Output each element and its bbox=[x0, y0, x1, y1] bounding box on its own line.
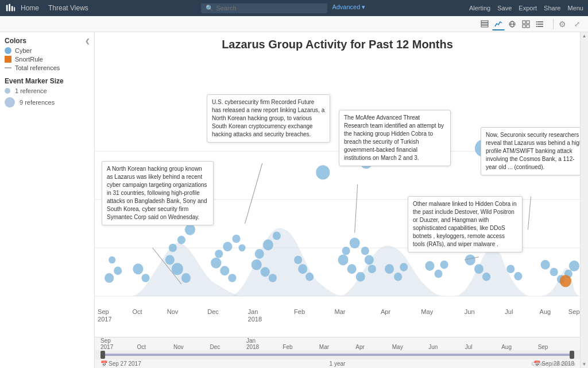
svg-text:2017: 2017 bbox=[98, 316, 112, 323]
scrubber-handle-left[interactable] bbox=[100, 351, 105, 359]
svg-rect-2 bbox=[11, 6, 13, 11]
timeline-scrubber[interactable] bbox=[95, 350, 580, 359]
bubble bbox=[223, 242, 232, 252]
map-view-icon[interactable] bbox=[506, 18, 519, 30]
svg-rect-5 bbox=[481, 23, 488, 25]
collapse-icon[interactable]: ❮ bbox=[85, 38, 90, 44]
tl-sep-2017: Sep2017 bbox=[100, 338, 137, 350]
advanced-button[interactable]: Advanced ▾ bbox=[332, 3, 365, 13]
bubble bbox=[465, 255, 475, 266]
bubble bbox=[238, 244, 245, 252]
scroll-down-arrow[interactable]: ▼ bbox=[582, 362, 587, 367]
bubble bbox=[440, 260, 448, 269]
settings-icon[interactable]: ⚙ bbox=[556, 18, 568, 30]
list-view-icon[interactable] bbox=[533, 18, 546, 30]
svg-rect-10 bbox=[523, 21, 525, 24]
total-refs-label: Total references bbox=[15, 64, 60, 71]
event-marker-section: Event Marker Size 1 reference 9 referenc… bbox=[5, 77, 90, 108]
marker-small bbox=[5, 88, 10, 94]
annotation-text-1: U.S. cybersecurity firm Recorded Future … bbox=[212, 99, 324, 137]
share-button[interactable]: Share bbox=[544, 5, 560, 12]
tl-jul: Jul bbox=[465, 344, 501, 350]
svg-rect-3 bbox=[14, 7, 15, 11]
timeline-bar: Sep2017 Oct Nov Dec Jan2018 Feb Mar Apr … bbox=[95, 337, 580, 368]
tl-jun: Jun bbox=[428, 344, 465, 350]
bubble bbox=[506, 264, 514, 273]
bubble bbox=[356, 272, 365, 282]
nav-home[interactable]: Home bbox=[21, 4, 39, 12]
timeline-labels: Sep2017 Oct Nov Dec Jan2018 Feb Mar Apr … bbox=[95, 338, 580, 350]
svg-rect-11 bbox=[527, 21, 529, 24]
alerting-button[interactable]: Alerting bbox=[469, 5, 490, 12]
bubble bbox=[172, 263, 183, 275]
bubble bbox=[215, 250, 223, 258]
bubble bbox=[305, 273, 314, 281]
tl-apr: Apr bbox=[355, 344, 392, 350]
svg-text:Oct: Oct bbox=[132, 308, 142, 315]
calendar-icon-start: 📅 bbox=[100, 361, 107, 367]
scrubber-track bbox=[100, 354, 574, 356]
bubble bbox=[114, 267, 122, 275]
right-scrollbar[interactable]: ▲ ▼ bbox=[580, 32, 588, 368]
export-button[interactable]: Export bbox=[519, 5, 537, 12]
table-view-icon[interactable] bbox=[478, 18, 491, 30]
bubble-large bbox=[316, 165, 330, 179]
search-box[interactable]: 🔍 bbox=[201, 3, 327, 13]
scroll-up-arrow[interactable]: ▲ bbox=[582, 33, 587, 39]
svg-rect-12 bbox=[523, 25, 525, 28]
menu-button[interactable]: Menu bbox=[567, 5, 583, 12]
svg-text:Sep: Sep bbox=[568, 308, 580, 315]
svg-line-43 bbox=[528, 197, 531, 230]
tl-feb: Feb bbox=[283, 344, 319, 350]
annotation-box-3: Now, Securonix security researchers reve… bbox=[481, 127, 580, 175]
search-input[interactable] bbox=[216, 5, 296, 12]
bubble bbox=[514, 272, 522, 281]
bubble bbox=[228, 274, 236, 282]
tl-start-marker: 📅 Sep 27 2017 bbox=[100, 361, 141, 367]
total-refs-line bbox=[5, 67, 11, 68]
tl-mar: Mar bbox=[319, 344, 355, 350]
bubble bbox=[400, 263, 408, 271]
bubble bbox=[261, 267, 270, 277]
svg-text:Mar: Mar bbox=[334, 308, 345, 315]
cyber-dot bbox=[5, 47, 11, 54]
svg-text:Jul: Jul bbox=[505, 308, 513, 315]
chart-area: Lazarus Group Activity for Past 12 Month… bbox=[95, 32, 580, 368]
tl-duration-label: 1 year bbox=[330, 361, 346, 367]
tl-oct: Oct bbox=[137, 344, 173, 350]
svg-text:Nov: Nov bbox=[167, 308, 179, 315]
nav-right-actions: Alerting Save Export Share Menu bbox=[469, 5, 583, 12]
svg-text:Dec: Dec bbox=[207, 308, 219, 315]
marker-9-label: 9 references bbox=[20, 99, 55, 106]
bubble bbox=[361, 247, 369, 255]
snortrule-label: SnortRule bbox=[15, 56, 43, 63]
bubble bbox=[165, 255, 175, 265]
svg-point-18 bbox=[536, 24, 537, 25]
expand-icon[interactable]: ⤢ bbox=[571, 18, 583, 30]
svg-text:Aug: Aug bbox=[540, 308, 551, 315]
bubble bbox=[347, 264, 357, 274]
bubble bbox=[269, 274, 277, 282]
bubble bbox=[425, 261, 434, 271]
nav-threat-views[interactable]: Threat Views bbox=[48, 4, 88, 12]
legend-cyber: Cyber bbox=[5, 47, 90, 54]
svg-line-41 bbox=[355, 185, 358, 233]
bubble bbox=[185, 224, 195, 235]
chart-view-icon[interactable] bbox=[492, 18, 505, 30]
bubble bbox=[482, 273, 490, 281]
bubble bbox=[177, 236, 185, 244]
marker-size-title: Event Marker Size bbox=[5, 77, 90, 85]
bubble bbox=[211, 258, 221, 269]
toolbar: ⚙ ⤢ bbox=[0, 16, 588, 32]
bubble bbox=[252, 259, 262, 270]
scrubber-handle-right[interactable] bbox=[570, 351, 574, 359]
view-toggle-icons bbox=[478, 18, 546, 30]
bubble bbox=[474, 264, 483, 274]
svg-line-40 bbox=[245, 163, 262, 224]
tl-duration-marker: 1 year bbox=[330, 361, 346, 367]
save-button[interactable]: Save bbox=[497, 5, 512, 12]
grid-view-icon[interactable] bbox=[520, 18, 532, 30]
bubble bbox=[435, 270, 443, 278]
bubble bbox=[294, 256, 302, 264]
bubble bbox=[368, 264, 376, 273]
